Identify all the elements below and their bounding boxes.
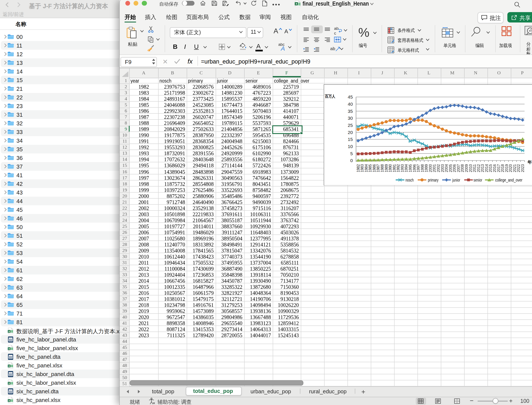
svg-text:45: 45: [348, 94, 353, 99]
svg-text:2013: 2013: [481, 164, 485, 172]
svg-text:1982: 1982: [356, 164, 360, 172]
svg-text:2008: 2008: [460, 164, 465, 172]
svg-text:2011: 2011: [472, 164, 477, 172]
svg-text:1996: 1996: [412, 164, 417, 172]
svg-text:2003: 2003: [440, 164, 445, 172]
svg-text:X: X: [8, 382, 10, 385]
svg-text:1985: 1985: [368, 164, 372, 172]
svg-text:10: 10: [348, 144, 353, 149]
svg-text:1998: 1998: [420, 164, 424, 172]
svg-text:1987: 1987: [376, 164, 381, 172]
svg-text:2022: 2022: [517, 164, 521, 172]
svg-text:2002: 2002: [436, 164, 441, 172]
svg-text:5: 5: [350, 151, 353, 156]
svg-text:1991: 1991: [392, 164, 397, 172]
svg-text:1988: 1988: [380, 164, 384, 172]
svg-text:college_and_over: college_and_over: [495, 177, 523, 182]
svg-text:1993: 1993: [400, 164, 404, 172]
svg-text:X: X: [8, 364, 10, 367]
svg-text:1983: 1983: [360, 164, 364, 172]
svg-text:2001: 2001: [432, 164, 437, 172]
svg-text:2021: 2021: [512, 164, 517, 172]
svg-text:2010: 2010: [468, 164, 473, 172]
svg-text:2017: 2017: [497, 164, 501, 172]
svg-text:35: 35: [348, 108, 353, 114]
svg-text:X: X: [8, 330, 10, 333]
svg-text:junior: junior: [452, 177, 460, 182]
svg-text:2006: 2006: [452, 164, 457, 172]
svg-text:30: 30: [348, 116, 353, 121]
svg-text:百万人: 百万人: [325, 94, 336, 98]
svg-text:X: X: [8, 347, 10, 350]
svg-text:1992: 1992: [396, 164, 401, 172]
svg-text:15: 15: [348, 137, 353, 142]
svg-text:2000: 2000: [428, 164, 433, 172]
svg-text:0: 0: [350, 158, 353, 163]
svg-text:2023: 2023: [520, 164, 525, 172]
svg-text:primary: primary: [428, 177, 439, 182]
svg-text:1984: 1984: [364, 164, 368, 172]
svg-text:1995: 1995: [408, 164, 412, 172]
svg-text:2009: 2009: [464, 164, 469, 172]
svg-text:2014: 2014: [485, 164, 489, 172]
svg-text:2016: 2016: [492, 164, 497, 172]
svg-text:1989: 1989: [384, 164, 389, 172]
svg-text:25: 25: [348, 122, 353, 128]
svg-text:1997: 1997: [416, 164, 421, 172]
svg-text:senior: senior: [474, 177, 482, 182]
svg-text:2015: 2015: [489, 164, 493, 172]
svg-text:2005: 2005: [448, 164, 453, 172]
svg-text:1986: 1986: [372, 164, 377, 172]
svg-text:1994: 1994: [404, 164, 409, 172]
svg-text:2018: 2018: [501, 164, 505, 172]
svg-text:20: 20: [348, 130, 353, 135]
svg-text:年: 年: [527, 160, 532, 164]
svg-text:2012: 2012: [477, 164, 481, 172]
svg-text:2020: 2020: [509, 164, 513, 172]
svg-text:40: 40: [348, 101, 353, 106]
svg-text:2007: 2007: [456, 164, 461, 172]
svg-text:2004: 2004: [444, 164, 449, 172]
svg-text:nosch: nosch: [406, 177, 414, 182]
svg-text:X: X: [8, 399, 10, 402]
svg-text:1990: 1990: [388, 164, 393, 172]
svg-text:2019: 2019: [505, 164, 509, 172]
svg-text:1999: 1999: [424, 164, 429, 172]
svg-text:X: X: [295, 2, 297, 5]
